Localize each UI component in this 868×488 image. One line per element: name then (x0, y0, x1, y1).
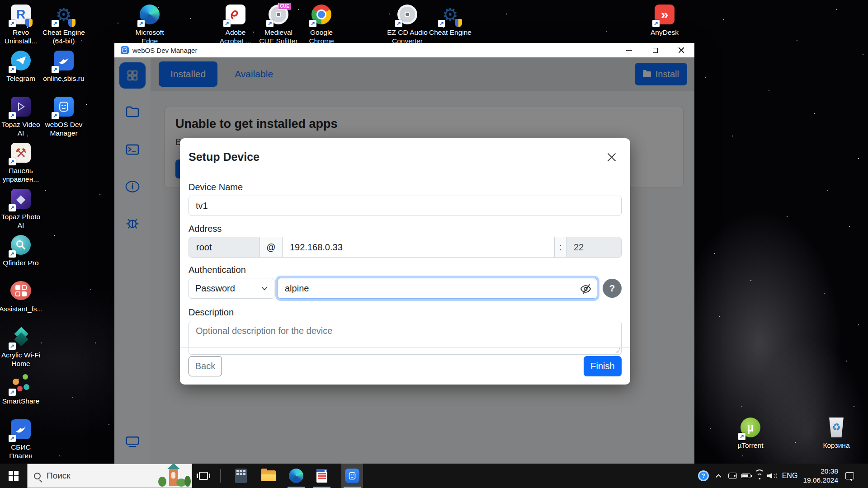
taskbar-webos-dev-manager[interactable] (341, 464, 363, 488)
desktop-icon-control-panel[interactable]: ⚒ ↗ Панель управлен... (0, 142, 42, 183)
at-separator: @ (259, 237, 283, 258)
diamond-icon: ◆ (16, 192, 25, 206)
shortcut-arrow-icon: ↗ (9, 389, 16, 396)
start-button[interactable] (0, 464, 27, 488)
device-name-label: Device Name (189, 182, 622, 192)
desktop-icon-microsoft-edge[interactable]: ↗ Microsoft Edge (128, 4, 171, 45)
desktop-icon-telegram[interactable]: ↗ Telegram (0, 50, 42, 83)
play-triangle-icon (15, 101, 26, 112)
password-input[interactable]: alpine (278, 278, 597, 299)
desktop-icon-sbis-plugin[interactable]: ↗ СБИС Плагин (0, 418, 42, 460)
desktop-icon-acrylic-wifi[interactable]: ↗ Acrylic Wi-Fi Home (0, 326, 42, 368)
maximize-button[interactable] (642, 43, 668, 57)
window-titlebar[interactable]: webOS Dev Manager (114, 43, 694, 57)
uac-shield-icon (455, 19, 462, 27)
uac-shield-icon (25, 19, 33, 27)
taskbar-search[interactable]: Поиск (27, 464, 192, 488)
tray-language[interactable]: ENG (779, 464, 800, 488)
shortcut-arrow-icon: ↗ (9, 204, 16, 211)
toggle-password-visibility-button[interactable] (580, 282, 592, 295)
desktop-icon-recycle-bin[interactable]: ♻ Корзина (815, 417, 858, 450)
sbis-bird-icon (14, 423, 28, 435)
taskbar-calculator[interactable] (230, 464, 252, 488)
desktop-icon-cheat-engine-64[interactable]: ⚙ ↗ Cheat Engine (64-bit) (42, 4, 85, 45)
shortcut-arrow-icon: ↗ (9, 20, 16, 27)
address-row: root @ 192.168.0.33 : 22 (189, 237, 622, 258)
cue-badge: CUE (278, 3, 291, 9)
taskbar-document-app[interactable] (311, 464, 333, 488)
close-button[interactable] (668, 43, 694, 57)
desktop-icon-ez-cd-audio-converter[interactable]: ↗ EZ CD Audio Converter (386, 4, 429, 45)
action-center-button[interactable] (842, 464, 857, 488)
explorer-folder-icon (261, 470, 276, 481)
minimize-button[interactable] (616, 43, 642, 57)
tray-volume[interactable] (766, 464, 778, 488)
tray-show-hidden-icons[interactable] (713, 464, 725, 488)
shortcut-arrow-icon: ↗ (738, 433, 745, 440)
camera-icon (728, 473, 737, 479)
question-mark-icon: ? (698, 470, 709, 481)
taskbar-edge[interactable] (285, 464, 307, 488)
maximize-icon (653, 48, 658, 53)
auth-method-select[interactable]: Password (189, 278, 274, 299)
chevron-down-icon (261, 286, 268, 291)
recycle-bin-icon: ♻ (828, 418, 844, 437)
shortcut-arrow-icon: ↗ (223, 20, 231, 27)
desktop-icon-revo-uninstaller[interactable]: R ↗ Revo Uninstall... (0, 4, 42, 45)
desktop-icon-qfinder-pro[interactable]: ↗ Qfinder Pro (0, 234, 42, 267)
speaker-icon (767, 472, 777, 479)
device-name-input[interactable]: tv1 (189, 196, 622, 216)
finish-button[interactable]: Finish (584, 356, 622, 376)
tray-camera[interactable] (726, 464, 739, 488)
task-view-button[interactable] (194, 464, 212, 488)
shortcut-arrow-icon: ↗ (9, 112, 16, 119)
tray-network[interactable] (753, 464, 766, 488)
ssh-user-input[interactable]: root (189, 237, 260, 258)
desktop-icon-cheat-engine[interactable]: ⚙ ↗ Cheat Engine (429, 4, 472, 37)
utorrent-mu-icon: µ (747, 421, 754, 435)
shortcut-arrow-icon: ↗ (266, 20, 274, 27)
taskbar-separator (218, 464, 222, 488)
shortcut-arrow-icon: ↗ (652, 20, 660, 27)
desktop-icon-utorrent[interactable]: µ ↗ µTorrent (729, 417, 772, 450)
desktop-icon-topaz-photo-ai[interactable]: ◆ ↗ Topaz Photo AI (0, 188, 42, 230)
password-help-button[interactable]: ? (603, 279, 622, 298)
desktop-icon-assistant-fs[interactable]: Assistant_fs... (0, 280, 42, 314)
authentication-row: Password alpine ? (189, 278, 622, 299)
taskbar-file-explorer[interactable] (258, 464, 279, 488)
port-input[interactable]: 22 (566, 237, 622, 258)
webos-app-icon (345, 469, 359, 483)
document-app-icon (316, 469, 327, 483)
shortcut-arrow-icon: ↗ (9, 158, 16, 165)
modal-title: Setup Device (189, 150, 259, 164)
shortcut-arrow-icon: ↗ (9, 250, 16, 258)
modal-close-button[interactable] (607, 152, 617, 162)
webos-app-icon (121, 46, 129, 54)
wifi-icon (755, 472, 764, 479)
tray-help-badge[interactable]: ? (696, 464, 711, 488)
minimize-icon (626, 50, 632, 51)
tray-battery[interactable] (740, 464, 752, 488)
webos-dev-manager-window: webOS Dev Manager (114, 43, 694, 464)
colon-separator: : (554, 237, 566, 258)
sbis-bird-icon (57, 55, 71, 66)
search-highlight-illustration (153, 464, 192, 488)
search-placeholder: Поиск (47, 471, 71, 481)
desktop-icon-anydesk[interactable]: » ↗ AnyDesk (643, 4, 686, 37)
host-input[interactable]: 192.168.0.33 (282, 237, 555, 258)
taskbar: Поиск ? (0, 464, 868, 488)
tools-icon: ⚒ (15, 145, 26, 160)
tray-clock[interactable]: 20:38 19.06.2024 (801, 464, 838, 488)
desktop-icon-smartshare[interactable]: ↗ SmartShare (0, 372, 42, 406)
shortcut-arrow-icon: ↗ (52, 66, 59, 73)
desktop-icon-adobe-acrobat[interactable]: ↗ Adobe Acrobat ... (214, 4, 257, 45)
chevron-up-icon (716, 474, 722, 480)
desktop-icon-topaz-video-ai[interactable]: ↗ Topaz Video AI (0, 96, 42, 137)
battery-icon (741, 474, 750, 478)
search-icon (34, 473, 41, 479)
desktop-icon-webos-dev-manager[interactable]: ↗ webOS Dev Manager (42, 96, 85, 137)
desktop-icon-medieval-cue-splitter[interactable]: CUE ↗ Medieval CUE Splitter (257, 4, 300, 45)
desktop-icon-google-chrome[interactable]: ↗ Google Chrome (300, 4, 343, 45)
desktop-icon-online-sbis[interactable]: ↗ online.sbis.ru (42, 50, 85, 83)
back-button[interactable]: Back (189, 356, 222, 376)
